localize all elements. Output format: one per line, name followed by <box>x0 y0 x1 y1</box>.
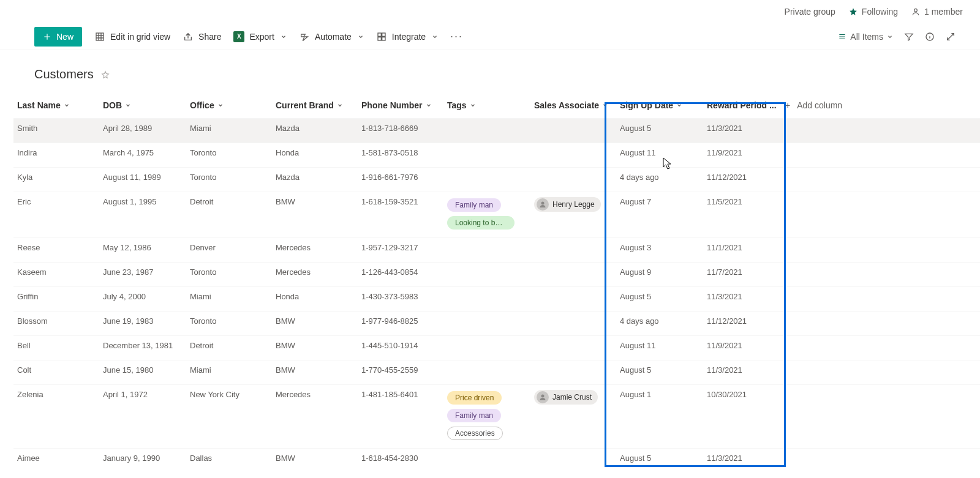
new-button[interactable]: New <box>34 27 82 47</box>
view-selector-label: All Items <box>850 32 883 42</box>
command-bar: New Edit in grid view Share X Export Aut… <box>0 23 980 50</box>
info-button[interactable] <box>925 32 935 42</box>
expand-icon <box>946 32 956 42</box>
col-assoc[interactable]: Sales Associate <box>530 100 616 110</box>
share-button[interactable]: Share <box>183 31 221 42</box>
table-row[interactable]: KaseemJune 23, 1987TorontoMercedes1-126-… <box>13 262 980 286</box>
table-row[interactable]: KylaAugust 11, 1989TorontoMazda1-916-661… <box>13 167 980 192</box>
members-button[interactable]: 1 member <box>911 7 963 17</box>
cell-last-name: Smith <box>13 124 99 133</box>
cell-dob: May 12, 1986 <box>99 243 186 252</box>
table-row[interactable]: ReeseMay 12, 1986DenverMercedes1-957-129… <box>13 237 980 262</box>
col-phone[interactable]: Phone Number <box>358 100 443 110</box>
chevron-down-icon <box>125 102 131 108</box>
cell-brand: Mercedes <box>272 390 358 399</box>
share-label: Share <box>198 32 221 42</box>
cell-phone: 1-481-185-6401 <box>358 390 443 399</box>
cell-brand: Mazda <box>272 124 358 133</box>
svg-rect-4 <box>378 37 381 40</box>
table-row[interactable]: IndiraMarch 4, 1975TorontoHonda1-581-873… <box>13 143 980 167</box>
cell-last-name: Aimee <box>13 454 99 463</box>
person-chip[interactable]: Henry Legge <box>534 197 601 212</box>
col-office[interactable]: Office <box>186 100 272 110</box>
cell-office: Miami <box>186 365 272 375</box>
cell-last-name: Bell <box>13 341 99 350</box>
cell-reward: 11/7/2021 <box>703 267 782 277</box>
star-outline-icon <box>101 70 110 79</box>
chevron-down-icon <box>217 102 224 108</box>
table-row[interactable]: AimeeJanuary 9, 1990DallasBMW1-618-454-2… <box>13 448 980 472</box>
favorite-button[interactable] <box>101 70 110 79</box>
col-reward[interactable]: Reward Period ... <box>703 100 782 110</box>
view-selector[interactable]: All Items <box>838 32 893 42</box>
col-signup[interactable]: Sign Up Date <box>616 100 703 110</box>
table-body: SmithApril 28, 1989MiamiMazda1-813-718-6… <box>13 118 980 472</box>
cell-phone: 1-813-718-6669 <box>358 124 443 133</box>
svg-point-8 <box>541 395 545 398</box>
cell-last-name: Griffin <box>13 292 99 301</box>
cell-dob: January 9, 1990 <box>99 454 186 463</box>
table-row[interactable]: ZeleniaApril 1, 1972New York CityMercede… <box>13 384 980 448</box>
cell-last-name: Blossom <box>13 316 99 326</box>
cell-brand: BMW <box>272 197 358 206</box>
person-icon <box>911 7 920 16</box>
chevron-down-icon <box>337 102 343 108</box>
info-icon <box>925 32 935 42</box>
table-row[interactable]: ColtJune 15, 1980MiamiBMW1-770-455-2559A… <box>13 360 980 384</box>
cell-phone: 1-126-443-0854 <box>358 267 443 277</box>
chevron-down-icon <box>470 102 476 108</box>
cell-signup: August 1 <box>616 390 703 399</box>
overflow-button[interactable]: ··· <box>450 30 463 43</box>
col-tags[interactable]: Tags <box>443 100 530 110</box>
cell-signup: August 5 <box>616 292 703 301</box>
cell-signup: 4 days ago <box>616 316 703 326</box>
flow-icon <box>299 31 310 42</box>
integrate-icon <box>376 31 387 42</box>
cell-office: Dallas <box>186 454 272 463</box>
cell-office: Denver <box>186 243 272 252</box>
export-button[interactable]: X Export <box>233 31 286 42</box>
list-title: Customers <box>34 67 94 81</box>
automate-button[interactable]: Automate <box>299 31 364 42</box>
cell-phone: 1-618-454-2830 <box>358 454 443 463</box>
cell-signup: August 5 <box>616 365 703 375</box>
table-row[interactable]: EricAugust 1, 1995DetroitBMW1-618-159-35… <box>13 192 980 237</box>
cell-dob: June 23, 1987 <box>99 267 186 277</box>
filter-icon <box>904 32 914 42</box>
cell-signup: August 9 <box>616 267 703 277</box>
star-icon <box>849 7 858 16</box>
table-row[interactable]: SmithApril 28, 1989MiamiMazda1-813-718-6… <box>13 118 980 143</box>
tag-pill[interactable]: Accessories <box>447 427 503 440</box>
share-icon <box>183 31 194 42</box>
export-label: Export <box>249 32 274 42</box>
tag-pill[interactable]: Family man <box>447 409 501 422</box>
cell-last-name: Indira <box>13 148 99 157</box>
table-row[interactable]: GriffinJuly 4, 2000MiamiHonda1-430-373-5… <box>13 286 980 311</box>
tag-pill[interactable]: Looking to buy s... <box>447 216 514 230</box>
col-last-name[interactable]: Last Name <box>13 100 99 110</box>
add-column-button[interactable]: +Add column <box>782 100 849 110</box>
cell-office: Miami <box>186 124 272 133</box>
tag-pill[interactable]: Family man <box>447 198 501 212</box>
cell-reward: 11/3/2021 <box>703 365 782 375</box>
filter-button[interactable] <box>904 32 914 42</box>
col-dob[interactable]: DOB <box>99 100 186 110</box>
cell-brand: Mazda <box>272 173 358 182</box>
cell-office: Toronto <box>186 267 272 277</box>
edit-grid-button[interactable]: Edit in grid view <box>94 31 170 42</box>
chevron-down-icon <box>281 34 287 40</box>
integrate-button[interactable]: Integrate <box>376 31 438 42</box>
table-row[interactable]: BlossomJune 19, 1983TorontoBMW1-977-946-… <box>13 311 980 335</box>
following-button[interactable]: Following <box>849 7 898 17</box>
suite-header: Private group Following 1 member <box>0 0 980 23</box>
col-brand[interactable]: Current Brand <box>272 100 358 110</box>
person-chip[interactable]: Jamie Crust <box>534 390 598 405</box>
table-row[interactable]: BellDecember 13, 1981DetroitBMW1-445-510… <box>13 335 980 360</box>
list-icon <box>838 32 846 41</box>
cell-phone: 1-916-661-7976 <box>358 173 443 182</box>
tag-pill[interactable]: Price driven <box>447 391 502 405</box>
cell-last-name: Eric <box>13 197 99 206</box>
chevron-down-icon <box>426 102 432 108</box>
expand-button[interactable] <box>946 32 956 42</box>
cell-brand: BMW <box>272 365 358 375</box>
